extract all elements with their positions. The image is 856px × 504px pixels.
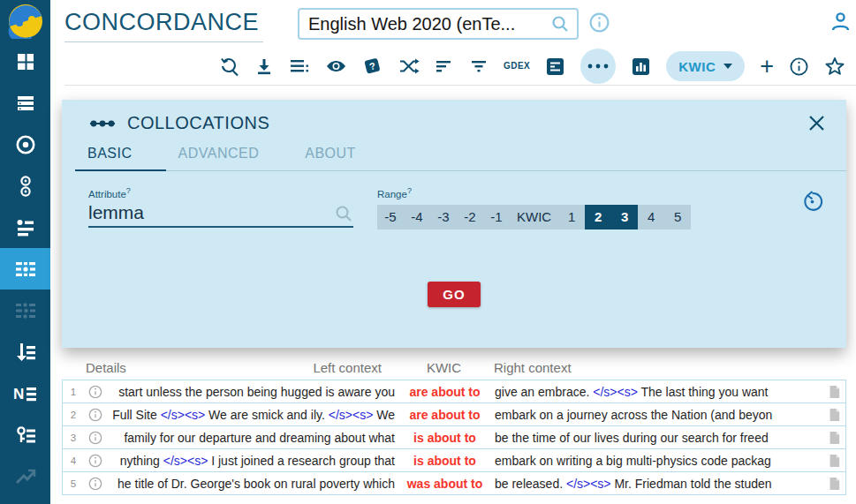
context-text: be released.: [495, 477, 566, 491]
panel-tabs: BASIC ADVANCED ABOUT: [75, 146, 846, 171]
panel-header: COLLOCATIONS: [62, 100, 846, 133]
sentence-boundary-tag: </s><s>: [161, 408, 206, 422]
attribute-help[interactable]: ?: [126, 186, 131, 195]
kwic-dropdown-label: KWIC: [678, 59, 716, 74]
line-info-icon[interactable]: [84, 454, 107, 468]
range-option-KWIC[interactable]: KWIC: [510, 205, 558, 229]
copy-line-icon[interactable]: [822, 384, 845, 400]
tab-advanced[interactable]: ADVANCED: [166, 146, 293, 170]
concordance-table: Details Left context KWIC Right context …: [62, 360, 846, 495]
download-button[interactable]: [254, 56, 274, 76]
range-label: Range?: [377, 186, 691, 199]
sidebar-item-sketch-diff[interactable]: [0, 207, 50, 248]
context-text: he title of Dr. George's book on rural p…: [117, 477, 395, 491]
user-icon[interactable]: [829, 10, 852, 37]
text-types-button[interactable]: [545, 56, 565, 77]
range-help[interactable]: ?: [407, 186, 412, 195]
right-context-cell: embark on a journey across the Nation (a…: [491, 408, 822, 422]
range-option--1[interactable]: -1: [483, 205, 510, 229]
word-sketch-icon: [16, 175, 35, 198]
view-options-button[interactable]: [289, 56, 310, 76]
col-right-context: Right context: [490, 360, 823, 375]
parallel-concordance-icon: [14, 300, 37, 321]
range-option--4[interactable]: -4: [404, 205, 430, 229]
eye-button[interactable]: [325, 56, 347, 76]
context-text: give an embrace.: [495, 385, 593, 399]
sort-button[interactable]: [435, 57, 454, 75]
panel-form: Attribute? lemma Range? -5-4-3-2-1KWIC12…: [62, 171, 846, 229]
range-option--5[interactable]: -5: [377, 205, 404, 229]
corpus-selector[interactable]: English Web 2020 (enTe...: [298, 8, 579, 40]
app-logo[interactable]: [6, 2, 45, 41]
range-option--2[interactable]: -2: [457, 205, 483, 229]
sketch-engine-logo-icon: [8, 4, 43, 39]
table-row[interactable]: 1 start unless the person being hugged i…: [62, 380, 846, 403]
sidebar-item-word-sketch[interactable]: [0, 165, 50, 207]
line-info-icon[interactable]: [84, 408, 107, 422]
search-icon: [334, 204, 353, 223]
tab-about[interactable]: ABOUT: [292, 146, 390, 170]
table-row[interactable]: 3 family for our departure and dreaming …: [62, 425, 846, 449]
tab-basic[interactable]: BASIC: [75, 146, 166, 171]
collocations-dots-icon: [88, 117, 117, 131]
table-row[interactable]: 5 he title of Dr. George's book on rural…: [62, 471, 846, 495]
frequency-button[interactable]: [631, 56, 651, 77]
frequency-sort-icon: [14, 341, 37, 364]
gdex-button[interactable]: GD EX: [504, 62, 530, 71]
copy-line-icon[interactable]: [822, 407, 845, 423]
sidebar-item-collocations[interactable]: [0, 248, 50, 290]
shuffle-button[interactable]: [398, 56, 420, 76]
range-option--3[interactable]: -3: [430, 205, 457, 229]
go-button[interactable]: GO: [428, 282, 480, 307]
context-text: embark on a journey across the Nation (a…: [495, 408, 772, 422]
shuffle-sample-button[interactable]: ?: [362, 56, 383, 77]
sidebar-item-frequency[interactable]: [0, 331, 50, 372]
sidebar-item-keywords[interactable]: [0, 414, 50, 455]
sidebar-item-concordance[interactable]: [0, 124, 50, 165]
close-icon[interactable]: [808, 115, 825, 132]
copy-line-icon[interactable]: [822, 430, 845, 446]
line-info-icon[interactable]: [84, 477, 107, 491]
sidebar-item-parallel-concordance[interactable]: [0, 290, 50, 331]
favorite-star-button[interactable]: [824, 56, 845, 77]
sentence-boundary-tag: </s><s>: [566, 477, 611, 491]
history-icon[interactable]: [801, 191, 823, 216]
col-details: Details: [86, 360, 126, 375]
range-option-5[interactable]: 5: [664, 205, 691, 229]
collocations-dots-icon: [587, 62, 610, 71]
range-option-2[interactable]: 2: [585, 205, 611, 229]
header-divider: [64, 85, 856, 86]
context-text: be the time of our lives during our sear…: [495, 431, 769, 445]
collocations-button-active[interactable]: [580, 49, 616, 84]
right-context-cell: be the time of our lives during our sear…: [491, 431, 822, 445]
ngrams-icon: N: [13, 383, 38, 404]
context-text: family for our departure and dreaming ab…: [124, 431, 395, 445]
search-again-button[interactable]: [219, 56, 239, 77]
range-option-4[interactable]: 4: [638, 205, 664, 229]
add-button[interactable]: +: [760, 57, 774, 75]
copy-line-icon[interactable]: [822, 453, 845, 469]
corpus-info-icon[interactable]: [588, 11, 610, 37]
range-option-3[interactable]: 3: [611, 205, 638, 229]
line-info-icon[interactable]: [84, 385, 107, 399]
table-row[interactable]: 4 nything </s><s> I just joined a resear…: [62, 448, 846, 472]
line-info-icon[interactable]: [84, 431, 107, 445]
attribute-input[interactable]: lemma: [88, 201, 353, 228]
filter-button[interactable]: [469, 57, 489, 75]
row-number: 4: [63, 455, 84, 466]
table-row[interactable]: 2 Full Site </s><s> We are smick and ily…: [62, 402, 846, 426]
copy-line-icon[interactable]: [822, 476, 845, 492]
gdex-label-top: GD: [504, 62, 518, 71]
right-context-cell: embark on writing a big multi-physics co…: [491, 454, 822, 468]
context-text: We are smick and ily.: [205, 408, 329, 422]
left-context-cell: nything </s><s> I just joined a research…: [107, 449, 398, 471]
range-option-1[interactable]: 1: [558, 205, 585, 229]
info-button[interactable]: [789, 56, 809, 77]
row-number: 2: [63, 410, 84, 420]
sidebar-item-dashboard[interactable]: [0, 41, 50, 82]
sidebar-item-trends[interactable]: [0, 455, 50, 497]
gdex-label-bottom: EX: [518, 62, 530, 71]
sidebar-item-word-list[interactable]: [0, 82, 50, 124]
sidebar-item-ngrams[interactable]: N: [0, 372, 50, 414]
kwic-dropdown[interactable]: KWIC: [666, 51, 745, 81]
